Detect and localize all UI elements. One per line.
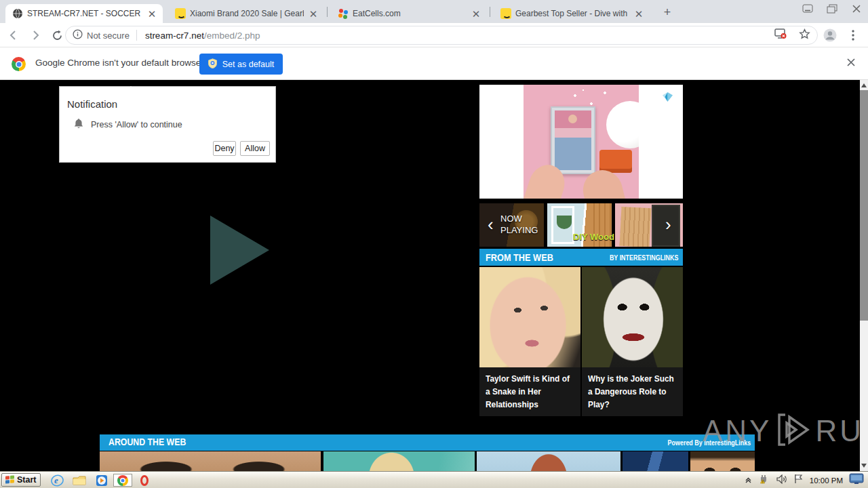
set-as-default-button[interactable]: Set as default (199, 54, 283, 75)
internet-explorer-icon[interactable]: e (50, 474, 64, 487)
url-path: /embed/2.php (204, 30, 260, 41)
bookmark-star-icon[interactable] (799, 28, 810, 43)
address-bar[interactable]: Not secure stream-cr7.net/embed/2.php (65, 26, 818, 45)
scrollbar-thumb[interactable] (860, 90, 868, 321)
url-host: stream-cr7.net (145, 30, 204, 41)
security-label: Not secure (87, 30, 130, 41)
web-thumbnail[interactable] (477, 451, 620, 471)
file-explorer-icon[interactable] (72, 474, 87, 487)
carousel-thumb-menu[interactable]: TODAY'S MENU -BBQ CHICKEN -PAPAYA SALAD (615, 203, 683, 247)
minimize-icon[interactable] (800, 3, 815, 15)
ad-network-logo-icon (661, 91, 674, 106)
button-label: Set as default (222, 60, 274, 69)
tab-gearbest-sale[interactable]: Xiaomi Brand 2020 Sale | Gearbest ✕ (168, 4, 324, 23)
video-carousel: TODAY'S MENU -BBQ CHICKEN -PAPAYA SALAD … (479, 203, 683, 247)
screen: STREAM-CR7.NET - SOCCER HD Pla ✕ Xiaomi … (0, 0, 868, 488)
web-thumbnail[interactable] (623, 451, 688, 471)
sponge-shape (599, 150, 632, 173)
chrome-taskbar-icon[interactable] (113, 474, 132, 487)
around-the-web-title: AROUND THE WEB (108, 436, 200, 447)
close-tab-icon[interactable]: ✕ (308, 8, 319, 19)
deny-button[interactable]: Deny (213, 141, 236, 156)
play-button[interactable] (210, 216, 269, 285)
browser-toolbar: Not secure stream-cr7.net/embed/2.php (0, 23, 868, 47)
volume-icon[interactable] (776, 474, 787, 487)
from-the-web-bar: FROM THE WEB BY INTERESTINGLINKS (479, 249, 683, 266)
action-center-flag-icon[interactable] (793, 474, 804, 487)
show-desktop-icon[interactable] (849, 473, 864, 487)
url-text: stream-cr7.net/embed/2.php (145, 30, 260, 41)
reload-icon[interactable] (49, 27, 65, 43)
around-the-web-bar: AROUND THE WEB Powered By InterestingLin… (100, 434, 755, 451)
info-icon[interactable] (73, 29, 83, 42)
carousel-next-icon[interactable]: › (665, 216, 671, 233)
taskbar-clock[interactable]: 10:00 PM (810, 476, 843, 485)
web-thumbnail[interactable] (690, 451, 755, 471)
restore-icon[interactable] (825, 3, 840, 15)
web-thumbnail[interactable] (100, 451, 321, 471)
video-ad-player[interactable] (479, 85, 683, 199)
system-tray: ! 10:00 PM (742, 472, 867, 488)
close-tab-icon[interactable]: ✕ (633, 8, 644, 19)
notification-permission-popup: Notification Press 'Allow' to continue D… (59, 86, 276, 163)
diy-wood-label: DIY Wood (573, 232, 614, 242)
photo-face-shape (568, 115, 577, 123)
popup-message: Press 'Allow' to continue (91, 120, 182, 129)
close-tab-icon[interactable]: ✕ (471, 8, 481, 19)
now-playing-label: NOW PLAYING (500, 213, 548, 236)
carousel-prev-icon[interactable]: ‹ (488, 216, 494, 233)
anyrun-watermark: ANY RUN (703, 412, 860, 450)
popup-arrow (125, 86, 137, 93)
banner-message: Google Chrome isn't your default browser (35, 58, 204, 68)
svg-text:!: ! (762, 479, 763, 483)
scrollbar[interactable] (860, 80, 868, 471)
window-controls (800, 3, 864, 15)
article-image-joker (582, 267, 683, 367)
frame-shape (551, 206, 574, 244)
gearbest-icon (500, 8, 511, 19)
article-taylor-swift[interactable]: Taylor Swift is Kind of a Snake in Her R… (479, 267, 580, 416)
forward-icon[interactable] (27, 27, 43, 43)
photo-frame-shape (551, 106, 595, 174)
tab-title: STREAM-CR7.NET - SOCCER HD Pla (27, 9, 142, 18)
svg-text:e: e (54, 475, 58, 485)
tab-strip: STREAM-CR7.NET - SOCCER HD Pla ✕ Xiaomi … (0, 0, 868, 23)
overflow-menu-icon[interactable] (845, 27, 861, 43)
scroll-up-icon[interactable] (861, 83, 867, 87)
tab-stream-cr7[interactable]: STREAM-CR7.NET - SOCCER HD Pla ✕ (5, 4, 163, 23)
opera-icon[interactable] (137, 474, 152, 487)
tab-gearbest-top[interactable]: Gearbest Top Seller - Dive with the C ✕ (494, 4, 650, 23)
article-image-taylor (479, 267, 580, 367)
close-window-icon[interactable] (849, 3, 864, 15)
back-icon[interactable] (5, 27, 22, 43)
notifications-blocked-icon[interactable] (774, 28, 787, 42)
windows-flag-icon (5, 475, 14, 484)
dismiss-banner-icon[interactable] (846, 57, 856, 70)
avatar[interactable] (822, 27, 838, 43)
allow-button[interactable]: Allow (240, 141, 270, 156)
media-player-icon[interactable] (94, 474, 109, 487)
default-browser-banner: Google Chrome isn't your default browser… (0, 47, 868, 80)
ad-video-frame (524, 85, 639, 199)
anyrun-logo-icon (776, 412, 811, 450)
from-the-web-title: FROM THE WEB (486, 251, 566, 263)
start-button[interactable]: Start (1, 473, 41, 487)
water-sparkles (564, 85, 618, 112)
web-thumbnail[interactable] (323, 451, 475, 471)
network-warning-icon[interactable]: ! (758, 474, 770, 487)
eatcells-icon (338, 8, 349, 19)
tab-separator (327, 7, 328, 17)
article-joker[interactable]: Why is the Joker Such a Dangerous Role t… (582, 267, 683, 416)
bell-icon (73, 118, 84, 132)
tab-title: EatCells.com (353, 9, 467, 18)
close-tab-icon[interactable]: ✕ (146, 8, 157, 19)
photo-shape (555, 110, 591, 170)
tab-eatcells[interactable]: EatCells.com ✕ (331, 4, 487, 23)
shield-icon (208, 58, 217, 70)
chrome-logo-icon (12, 57, 26, 71)
article-title: Taylor Swift is Kind of a Snake in Her R… (479, 367, 580, 415)
tray-expand-icon[interactable] (745, 474, 752, 487)
new-tab-button[interactable]: + (659, 5, 675, 19)
scroll-down-icon[interactable] (861, 464, 867, 468)
from-the-web-byline: BY INTERESTINGLINKS (597, 253, 678, 262)
